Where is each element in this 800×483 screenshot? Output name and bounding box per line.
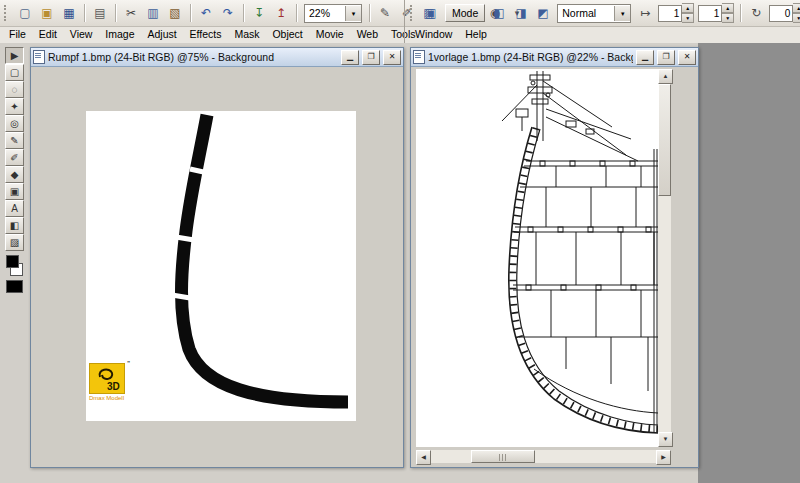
minimize-button[interactable]: ▁ — [341, 50, 359, 65]
zoom-level-value: 22% — [305, 7, 345, 19]
undo-icon[interactable]: ↶ — [196, 3, 216, 23]
copy-icon[interactable]: ▥ — [143, 3, 163, 23]
rotate-spinner-value: 0 — [769, 5, 793, 22]
height-spinner-value: 1 — [698, 5, 722, 22]
lasso-mask-tool[interactable]: ◌ — [5, 81, 24, 98]
spin-down-icon[interactable]: ▼ — [682, 13, 694, 23]
close-button[interactable]: ✕ — [678, 50, 696, 65]
menu-file[interactable]: File — [4, 27, 31, 41]
toolbar-grip[interactable] — [410, 5, 416, 21]
text-tool[interactable]: A — [5, 200, 24, 217]
scroll-left-icon[interactable]: ◀ — [416, 450, 431, 465]
spin-up-icon[interactable]: ▲ — [682, 3, 694, 13]
rotate-spinner[interactable]: 0 ▲▼ — [769, 3, 800, 23]
object-pick-tool[interactable]: ▶ — [5, 47, 24, 64]
width-spinner[interactable]: 1 ▲▼ — [658, 3, 694, 23]
pencil-icon[interactable]: ✎ — [375, 3, 395, 23]
menu-window[interactable]: Window — [410, 27, 457, 41]
spin-down-icon[interactable]: ▼ — [793, 13, 800, 23]
toolbar-separator — [296, 4, 297, 22]
paint-tool[interactable]: ✐ — [5, 149, 24, 166]
ship-cross-section-drawing — [416, 69, 658, 447]
menu-object[interactable]: Object — [267, 27, 307, 41]
checker-icon[interactable]: ▣ — [421, 3, 441, 23]
minimize-button[interactable]: ▁ — [636, 50, 654, 65]
menu-image[interactable]: Image — [100, 27, 139, 41]
menu-help[interactable]: Help — [460, 27, 492, 41]
menu-adjust[interactable]: Adjust — [142, 27, 181, 41]
titlebar-rumpf[interactable]: Rumpf 1.bmp (24-Bit RGB) @75% - Backgrou… — [31, 48, 403, 67]
rotate-icon[interactable]: ↻ — [746, 3, 766, 23]
redo-icon[interactable]: ↷ — [218, 3, 238, 23]
feather-icon[interactable]: ↦ — [635, 3, 655, 23]
document-icon — [33, 50, 45, 64]
merge-mode-combobox[interactable]: Normal ▾ — [557, 4, 631, 23]
foreground-color-swatch[interactable] — [6, 255, 19, 268]
clone-tool[interactable]: ▣ — [5, 183, 24, 200]
logo-3d-text: 3D — [107, 381, 120, 392]
open-icon[interactable]: ▣ — [37, 3, 57, 23]
application-window: ▢ ▣ ▦ ▤ ✂ ▥ ▧ ↶ ↷ ↧ ↥ 22% ▾ ✎ ✐ ▨ ◨ ◧ — [0, 0, 800, 483]
paste-icon[interactable]: ▧ — [165, 3, 185, 23]
chevron-down-icon[interactable]: ▾ — [614, 6, 630, 21]
eyedropper-tool[interactable]: ✎ — [5, 132, 24, 149]
spin-up-icon[interactable]: ▲ — [793, 3, 800, 13]
document-icon — [413, 50, 425, 64]
menu-effects[interactable]: Effects — [185, 27, 227, 41]
new-icon[interactable]: ▢ — [15, 3, 35, 23]
window-title: Rumpf 1.bmp (24-Bit RGB) @75% - Backgrou… — [48, 51, 338, 63]
canvas-vorlage[interactable] — [416, 69, 658, 447]
color-swatches[interactable] — [5, 255, 24, 277]
scroll-down-icon[interactable]: ▼ — [658, 432, 673, 447]
mask-add-icon[interactable]: ◨ — [511, 3, 531, 23]
save-icon[interactable]: ▦ — [59, 3, 79, 23]
zoom-tool[interactable]: ◎ — [5, 115, 24, 132]
menu-movie[interactable]: Movie — [311, 27, 349, 41]
logo-glyph: 3D — [90, 364, 124, 393]
height-spinner[interactable]: 1 ▲▼ — [698, 3, 734, 23]
vertical-scrollbar-thumb[interactable] — [658, 84, 671, 196]
mode-button[interactable]: Mode — [445, 4, 485, 22]
menu-mask[interactable]: Mask — [229, 27, 264, 41]
property-toolbar-group: ▣ Mode ◧ ◨ ◩ Normal ▾ ↦ 1 ▲▼ 1 ▲▼ ↻ 0 ▲▼ — [408, 2, 800, 24]
zoom-level-combobox[interactable]: 22% ▾ — [304, 4, 362, 23]
menu-view[interactable]: View — [65, 27, 98, 41]
restore-button[interactable]: ❐ — [657, 50, 675, 65]
menu-edit[interactable]: Edit — [34, 27, 62, 41]
menu-web[interactable]: Web — [352, 27, 383, 41]
mask-normal-icon[interactable]: ◧ — [489, 3, 509, 23]
import-icon[interactable]: ↧ — [249, 3, 269, 23]
chevron-down-icon[interactable]: ▾ — [345, 6, 361, 21]
mask-subtract-icon[interactable]: ◩ — [533, 3, 553, 23]
current-fill-swatch[interactable] — [6, 280, 23, 293]
toolbar-separator — [369, 4, 370, 22]
spin-down-icon[interactable]: ▼ — [722, 13, 734, 23]
magic-wand-tool[interactable]: ✦ — [5, 98, 24, 115]
export-icon[interactable]: ↥ — [271, 3, 291, 23]
horizontal-scrollbar[interactable]: ◀ ▶ — [416, 450, 671, 463]
shape-tool[interactable]: ▨ — [5, 234, 24, 251]
document-window-rumpf: Rumpf 1.bmp (24-Bit RGB) @75% - Backgrou… — [30, 47, 404, 468]
spin-up-icon[interactable]: ▲ — [722, 3, 734, 13]
restore-button[interactable]: ❐ — [362, 50, 380, 65]
desktop-area — [698, 43, 800, 483]
cut-icon[interactable]: ✂ — [121, 3, 141, 23]
toolbox: ▶ ▢ ◌ ✦ ◎ ✎ ✐ ◆ ▣ A ◧ ▨ — [4, 47, 25, 293]
horizontal-scrollbar-thumb[interactable] — [471, 450, 535, 463]
toolbar-dock-divider — [404, 0, 405, 43]
scrollbar-grip — [499, 454, 508, 461]
scroll-up-icon[interactable]: ▲ — [658, 69, 673, 84]
toolbar-separator — [740, 4, 741, 22]
rect-mask-tool[interactable]: ▢ — [5, 64, 24, 81]
print-icon[interactable]: ▤ — [90, 3, 110, 23]
fill-tool[interactable]: ◧ — [5, 217, 24, 234]
toolbar-grip[interactable] — [4, 5, 10, 21]
close-button[interactable]: ✕ — [383, 50, 401, 65]
vertical-scrollbar[interactable]: ▲ ▼ — [658, 69, 671, 447]
scroll-right-icon[interactable]: ▶ — [656, 450, 671, 465]
width-spinner-value: 1 — [658, 5, 682, 22]
toolbar-separator — [190, 4, 191, 22]
canvas-rumpf[interactable]: 3D ” Dmax Modell — [86, 111, 356, 421]
effect-tool[interactable]: ◆ — [5, 166, 24, 183]
titlebar-vorlage[interactable]: 1vorlage 1.bmp (24-Bit RGB) @22% - Backg… — [411, 48, 698, 67]
